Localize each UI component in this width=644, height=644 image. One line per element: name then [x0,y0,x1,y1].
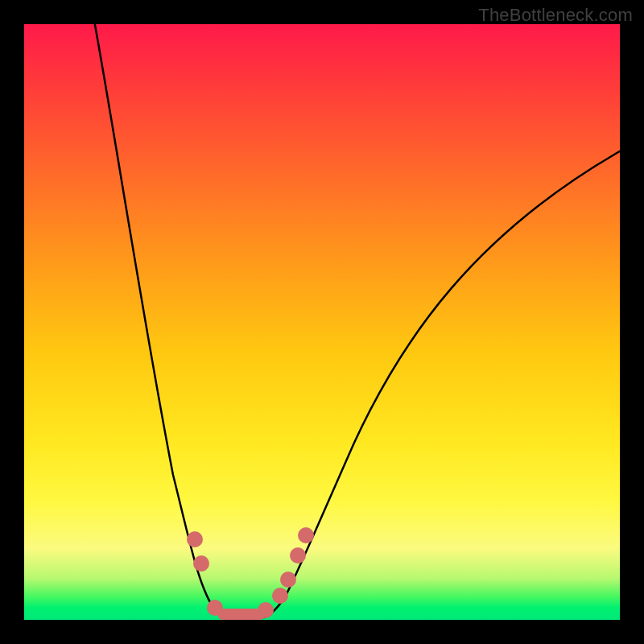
chart-container: TheBottleneck.com [0,0,644,644]
marker-point [280,572,296,588]
chart-svg [24,24,620,620]
marker-group [187,527,314,620]
watermark-label: TheBottleneck.com [478,5,633,26]
chart-plot-area [24,24,620,620]
marker-point [290,547,306,564]
marker-point [193,555,209,572]
marker-point [272,588,288,604]
marker-point [298,527,314,543]
bottleneck-curve [93,16,624,618]
marker-point [187,531,203,547]
marker-point [258,602,274,618]
